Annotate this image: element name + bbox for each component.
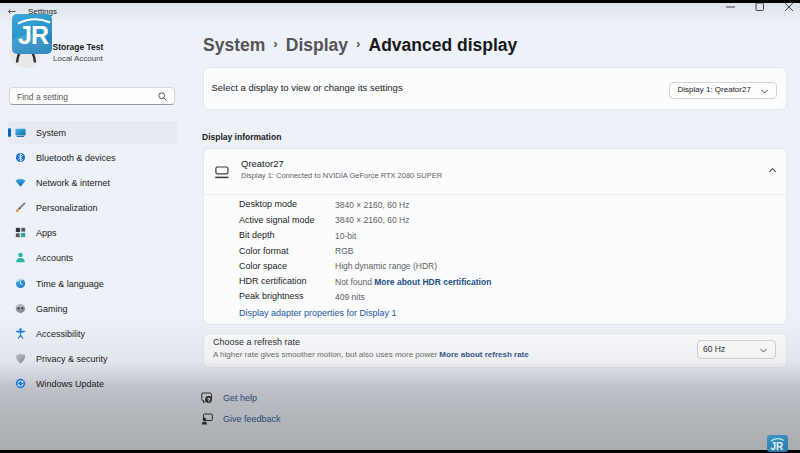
svg-text:JR: JR: [18, 21, 49, 49]
svg-text:JR: JR: [771, 441, 785, 452]
